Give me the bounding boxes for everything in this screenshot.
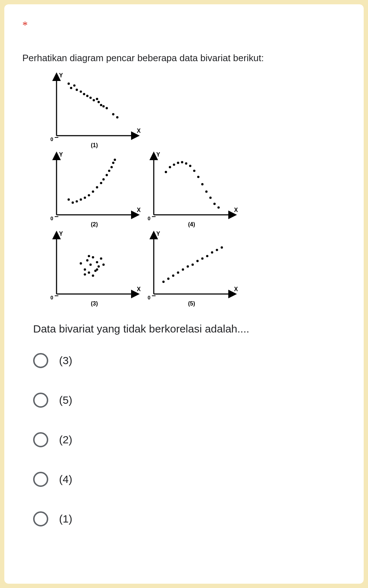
svg-point-105 xyxy=(216,249,218,251)
svg-point-104 xyxy=(211,251,213,253)
radio-icon xyxy=(33,353,48,368)
svg-point-21 xyxy=(116,116,118,118)
svg-text:0: 0 xyxy=(50,295,53,300)
svg-point-62 xyxy=(209,196,211,199)
svg-point-100 xyxy=(192,263,194,266)
svg-text:0: 0 xyxy=(148,295,151,300)
svg-point-73 xyxy=(84,268,86,271)
svg-point-42 xyxy=(112,162,114,164)
svg-point-106 xyxy=(221,246,223,249)
svg-point-99 xyxy=(187,265,189,267)
scatter-plot-4: X Y 0 (4) xyxy=(145,150,242,229)
svg-point-57 xyxy=(189,165,191,167)
svg-point-19 xyxy=(106,107,108,109)
svg-point-60 xyxy=(201,183,203,185)
svg-point-10 xyxy=(80,90,82,92)
scatter-plot-5: X Y 0 (5) xyxy=(145,229,242,308)
svg-point-37 xyxy=(100,182,102,184)
svg-point-36 xyxy=(96,186,98,188)
radio-icon xyxy=(33,511,48,526)
svg-text:Y: Y xyxy=(59,151,63,158)
svg-point-75 xyxy=(88,271,90,273)
option-label: (1) xyxy=(59,513,72,525)
svg-point-51 xyxy=(165,171,167,173)
svg-point-101 xyxy=(196,260,198,262)
svg-point-85 xyxy=(84,273,86,275)
svg-point-30 xyxy=(72,202,74,204)
svg-point-82 xyxy=(92,275,94,277)
svg-text:X: X xyxy=(137,128,141,134)
svg-point-38 xyxy=(102,178,104,180)
svg-point-95 xyxy=(167,277,169,280)
question-intro: Perhatikan diagram pencar beberapa data … xyxy=(22,53,346,64)
svg-point-12 xyxy=(86,95,88,97)
svg-point-52 xyxy=(169,166,171,168)
option-5[interactable]: (5) xyxy=(33,393,346,408)
svg-text:Y: Y xyxy=(156,151,160,158)
option-4[interactable]: (4) xyxy=(33,472,346,487)
question-followup: Data bivariat yang tidak berkorelasi ada… xyxy=(33,323,346,335)
svg-text:(5): (5) xyxy=(188,300,195,307)
svg-point-83 xyxy=(102,263,104,266)
radio-icon xyxy=(33,432,48,447)
svg-point-34 xyxy=(88,194,90,196)
svg-point-41 xyxy=(111,166,113,168)
scatter-plot-3: X Y 0 (3) xyxy=(48,229,145,308)
svg-point-59 xyxy=(197,176,199,178)
svg-point-14 xyxy=(93,99,95,101)
question-card: * Perhatikan diagram pencar beberapa dat… xyxy=(4,4,364,584)
svg-text:0: 0 xyxy=(50,136,53,142)
svg-point-94 xyxy=(162,281,165,283)
svg-point-72 xyxy=(80,262,82,264)
svg-point-15 xyxy=(96,98,98,100)
svg-point-64 xyxy=(217,206,220,208)
svg-point-58 xyxy=(193,169,195,172)
scatter-diagrams-container: X Y 0 (1) X Y 0 ( xyxy=(48,71,346,308)
option-label: (2) xyxy=(59,434,72,446)
svg-text:(1): (1) xyxy=(91,142,98,148)
svg-point-103 xyxy=(206,255,208,257)
svg-point-96 xyxy=(172,275,174,277)
radio-icon xyxy=(33,472,48,487)
svg-point-32 xyxy=(80,198,82,200)
option-3[interactable]: (3) xyxy=(33,353,346,368)
svg-point-8 xyxy=(73,84,75,86)
svg-point-80 xyxy=(98,265,100,267)
svg-point-53 xyxy=(173,163,175,166)
svg-point-29 xyxy=(68,198,70,200)
svg-point-97 xyxy=(177,271,179,273)
svg-point-43 xyxy=(114,159,116,161)
svg-point-9 xyxy=(76,89,78,91)
svg-point-81 xyxy=(100,257,102,259)
svg-point-33 xyxy=(84,196,86,199)
svg-text:Y: Y xyxy=(59,72,63,78)
options-group: (3) (5) (2) (4) (1) xyxy=(33,353,346,526)
option-label: (5) xyxy=(59,394,72,406)
svg-point-77 xyxy=(92,256,94,258)
svg-point-55 xyxy=(181,161,183,163)
svg-text:X: X xyxy=(137,286,141,292)
svg-point-13 xyxy=(89,96,91,99)
svg-point-35 xyxy=(92,190,94,193)
option-label: (3) xyxy=(59,354,72,367)
option-1[interactable]: (1) xyxy=(33,511,346,526)
svg-point-86 xyxy=(96,268,98,271)
svg-text:0: 0 xyxy=(50,216,53,221)
svg-text:Y: Y xyxy=(156,231,160,237)
svg-text:0: 0 xyxy=(148,216,151,221)
svg-point-61 xyxy=(205,190,207,193)
option-2[interactable]: (2) xyxy=(33,432,346,447)
svg-point-20 xyxy=(112,113,114,115)
radio-icon xyxy=(33,393,48,408)
svg-text:Y: Y xyxy=(59,231,63,237)
svg-point-39 xyxy=(106,174,108,176)
svg-point-98 xyxy=(182,268,184,271)
svg-point-31 xyxy=(76,200,78,202)
svg-point-76 xyxy=(89,263,91,266)
svg-point-17 xyxy=(100,104,102,106)
svg-text:(3): (3) xyxy=(91,300,98,307)
svg-point-6 xyxy=(68,82,70,85)
svg-text:(4): (4) xyxy=(188,221,195,227)
svg-point-63 xyxy=(214,203,216,205)
svg-point-40 xyxy=(108,169,110,172)
